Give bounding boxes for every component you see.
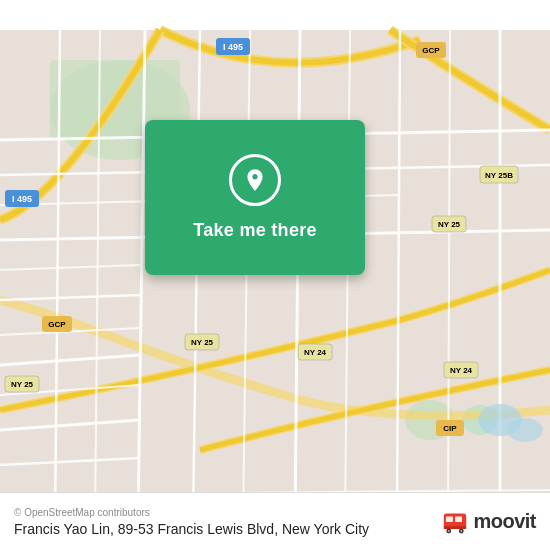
moovit-bus-icon: [441, 508, 469, 536]
location-pin-icon: [229, 154, 281, 206]
svg-text:GCP: GCP: [48, 320, 66, 329]
moovit-text: moovit: [473, 510, 536, 533]
svg-rect-52: [446, 516, 453, 522]
map-svg: I 495 I 495 GCP GCP NY 25B NY 25 NY 25 N…: [0, 0, 550, 550]
svg-text:I 495: I 495: [223, 42, 243, 52]
svg-text:NY 24: NY 24: [450, 366, 473, 375]
bottom-bar: © OpenStreetMap contributors Francis Yao…: [0, 492, 550, 550]
cta-card[interactable]: Take me there: [145, 120, 365, 275]
svg-text:CIP: CIP: [443, 424, 457, 433]
svg-point-56: [448, 530, 450, 532]
bottom-info: © OpenStreetMap contributors Francis Yao…: [14, 507, 431, 537]
svg-text:I 495: I 495: [12, 194, 32, 204]
svg-rect-54: [444, 526, 466, 529]
svg-rect-53: [455, 516, 462, 522]
map-container: I 495 I 495 GCP GCP NY 25B NY 25 NY 25 N…: [0, 0, 550, 550]
svg-text:NY 25B: NY 25B: [485, 171, 513, 180]
svg-text:NY 24: NY 24: [304, 348, 327, 357]
svg-point-58: [461, 530, 463, 532]
svg-point-50: [507, 418, 543, 442]
svg-text:GCP: GCP: [422, 46, 440, 55]
address-text: Francis Yao Lin, 89-53 Francis Lewis Blv…: [14, 521, 431, 537]
moovit-logo: moovit: [441, 508, 536, 536]
map-attribution: © OpenStreetMap contributors: [14, 507, 431, 518]
cta-label: Take me there: [193, 220, 317, 241]
svg-text:NY 25: NY 25: [191, 338, 214, 347]
svg-text:NY 25: NY 25: [11, 380, 34, 389]
svg-text:NY 25: NY 25: [438, 220, 461, 229]
